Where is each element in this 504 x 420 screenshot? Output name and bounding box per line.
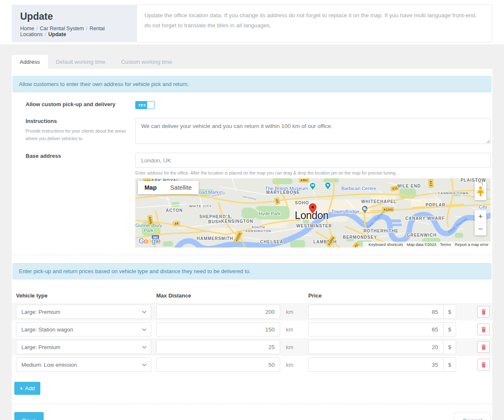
chevron-down-icon	[142, 326, 147, 331]
address-tab-panel: Allow customers to enter their own addre…	[12, 69, 492, 420]
currency-addon: $	[444, 305, 456, 319]
google-logo-letter: g	[152, 237, 155, 245]
plus-icon: +	[20, 385, 23, 391]
tab-bar: AddressDefault working timeCustom workin…	[12, 55, 492, 69]
delete-row-button[interactable]	[477, 323, 490, 335]
max-distance-input[interactable]	[156, 305, 280, 319]
chevron-down-icon	[142, 362, 147, 366]
table-row: Large: Premium km $	[12, 338, 492, 356]
breadcrumb: Home/Car Rental System/Rental Locations/…	[20, 26, 128, 37]
map-canvas[interactable]: PARK ROYALACTONWHITE CITYSHEPHERD'SBUSHK…	[135, 178, 491, 248]
google-logo-letter: e	[157, 237, 160, 245]
distance-unit-label: km	[286, 362, 293, 368]
top-header-band: Update Home/Car Rental System/Rental Loc…	[0, 0, 504, 44]
fullscreen-icon	[478, 183, 483, 186]
tab-default-working-time[interactable]: Default working time	[48, 55, 113, 69]
pricing-info-alert: Enter pick-up and return prices based on…	[13, 263, 491, 279]
base-address-label: Base address	[26, 153, 128, 159]
distance-unit-label: km	[286, 344, 293, 350]
base-address-input[interactable]	[135, 153, 491, 168]
table-row: Large: Station wagon km $	[12, 321, 492, 338]
breadcrumb-separator: /	[36, 26, 37, 31]
delete-row-button[interactable]	[477, 359, 490, 370]
attribution-text: Map data ©2023	[407, 242, 436, 247]
page-title: Update	[20, 11, 128, 22]
google-logo-letter: o	[148, 237, 152, 245]
breadcrumb-link[interactable]: Home	[20, 26, 34, 31]
google-logo-letter: G	[139, 237, 144, 245]
tab-custom-working-time[interactable]: Custom working time	[113, 55, 180, 69]
distance-unit-label: km	[286, 326, 293, 333]
table-row: Large: Premium km $	[12, 303, 492, 321]
price-column-header: Price	[308, 292, 490, 299]
price-input[interactable]	[308, 305, 444, 319]
satellite-view-button[interactable]: Satellite	[163, 181, 199, 194]
breadcrumb-link[interactable]: Car Rental System	[40, 26, 84, 31]
instructions-label: Instructions	[26, 118, 128, 124]
map-type-control: Map Satellite	[138, 181, 199, 194]
currency-addon: $	[444, 322, 456, 337]
save-button[interactable]: Save	[14, 412, 44, 420]
page-header: Update Home/Car Rental System/Rental Loc…	[12, 5, 136, 42]
currency-addon: $	[444, 357, 456, 372]
vehicle-type-select[interactable]: Large: Premium	[16, 340, 151, 354]
price-input[interactable]	[308, 357, 444, 372]
vehicle-type-column-header: Vehicle type	[16, 292, 156, 299]
price-input[interactable]	[308, 322, 444, 337]
max-distance-column-header: Max Distance	[156, 292, 308, 299]
currency-addon: $	[444, 340, 456, 354]
trash-icon	[481, 309, 486, 315]
attribution-link[interactable]: Report a map error	[455, 242, 488, 247]
allow-custom-label: Allow custom pick-up and delivery	[26, 101, 128, 107]
add-row-button[interactable]: +Add	[14, 382, 40, 395]
tab-address[interactable]: Address	[12, 55, 48, 69]
allow-custom-toggle[interactable]: YES	[135, 101, 155, 109]
chevron-down-icon	[142, 344, 147, 348]
map-view-button[interactable]: Map	[138, 181, 163, 194]
zoom-in-button[interactable]: +	[475, 210, 486, 223]
footer-divider	[13, 404, 491, 404]
max-distance-input[interactable]	[156, 357, 280, 372]
trash-icon	[481, 344, 486, 350]
base-address-hint: Enter address for the office. After the …	[135, 170, 491, 175]
vehicle-type-select[interactable]: Medium: Low emission	[16, 357, 151, 372]
table-row: Medium: Low emission km $	[12, 356, 492, 373]
chevron-down-icon	[142, 309, 147, 313]
google-logo[interactable]: Google	[139, 237, 160, 245]
toggle-state-label: YES	[138, 103, 146, 107]
google-logo-letter: o	[144, 237, 148, 245]
breadcrumb-current: Update	[48, 31, 66, 37]
vehicle-type-select[interactable]: Large: Station wagon	[16, 322, 151, 337]
distance-unit-label: km	[286, 309, 293, 315]
instructions-textarea[interactable]: We can deliver your vehicle and you can …	[135, 118, 491, 144]
max-distance-input[interactable]	[156, 322, 280, 337]
delete-row-button[interactable]	[477, 341, 490, 353]
delete-row-button[interactable]	[477, 306, 490, 318]
attribution-link[interactable]: Terms	[440, 242, 451, 247]
price-input[interactable]	[308, 340, 444, 354]
vehicle-type-select[interactable]: Large: Premium	[16, 305, 151, 319]
attribution-link[interactable]: Keyboard shortcuts	[369, 242, 403, 247]
address-info-alert: Allow customers to enter their own addre…	[13, 76, 491, 92]
pegman-icon	[477, 186, 484, 197]
breadcrumb-separator: /	[45, 31, 46, 37]
trash-icon	[481, 327, 486, 332]
max-distance-input[interactable]	[156, 340, 280, 354]
pegman-control[interactable]	[475, 182, 486, 200]
toggle-knob	[147, 102, 154, 109]
page-description: Update the office location data. If you …	[136, 5, 492, 42]
trash-icon	[481, 362, 486, 368]
pricing-table-body: Large: Premium km $	[12, 303, 492, 373]
cancel-button[interactable]: Cancel	[454, 412, 491, 420]
section-divider	[13, 255, 491, 255]
zoom-out-button[interactable]: −	[475, 223, 486, 236]
map-attribution: Keyboard shortcutsMap data ©2023TermsRep…	[363, 242, 491, 248]
zoom-control: + −	[475, 210, 486, 235]
breadcrumb-separator: /	[86, 26, 87, 31]
instructions-help-text: Provide instructions for your clients ab…	[26, 128, 128, 143]
pricing-table-header: Vehicle type Max Distance Price	[12, 288, 492, 303]
